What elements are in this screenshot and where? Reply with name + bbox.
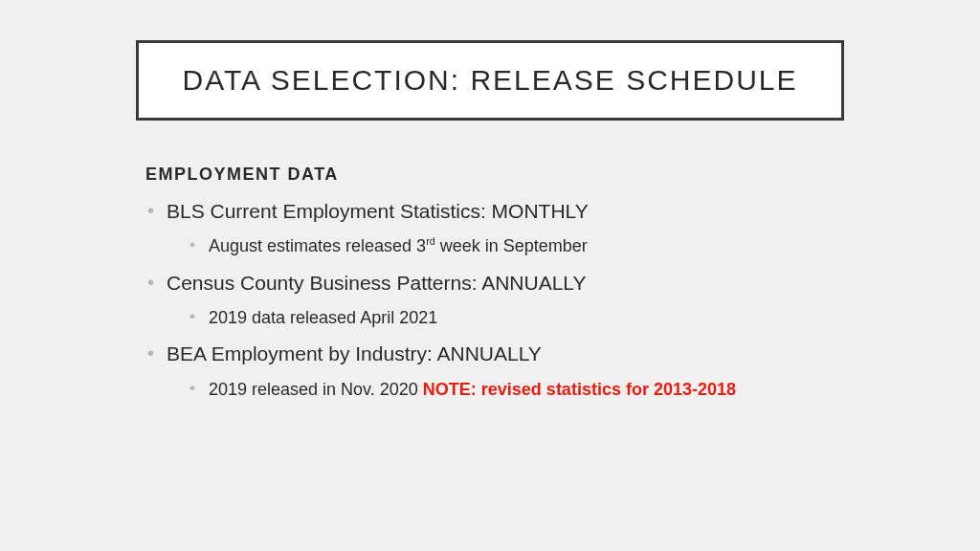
item-label: BEA Employment by Industry: ANNUALLY: [167, 342, 542, 364]
sub-list: 2019 data released April 2021: [167, 306, 873, 329]
sub-item: 2019 data released April 2021: [188, 306, 873, 329]
section-heading: EMPLOYMENT DATA: [145, 165, 873, 185]
sub-list: August estimates released 3rd week in Se…: [167, 234, 873, 257]
sub-text-pre: 2019 released in Nov. 2020: [209, 380, 423, 399]
list-item: Census County Business Patterns: ANNUALL…: [145, 270, 873, 330]
slide-title: DATA SELECTION: RELEASE SCHEDULE: [158, 64, 822, 97]
sub-text-pre: 2019 data released April 2021: [209, 308, 437, 327]
sub-text-pre: August estimates released 3: [209, 236, 426, 255]
list-item: BEA Employment by Industry: ANNUALLY 201…: [145, 341, 873, 401]
item-label: Census County Business Patterns: ANNUALL…: [167, 272, 587, 294]
sub-item: August estimates released 3rd week in Se…: [188, 234, 873, 257]
item-label: BLS Current Employment Statistics: MONTH…: [167, 200, 589, 222]
sub-text-post: week in September: [435, 236, 588, 255]
list-item: BLS Current Employment Statistics: MONTH…: [145, 198, 873, 258]
slide-content: EMPLOYMENT DATA BLS Current Employment S…: [145, 165, 873, 401]
slide-title-box: DATA SELECTION: RELEASE SCHEDULE: [136, 40, 844, 121]
sub-list: 2019 released in Nov. 2020 NOTE: revised…: [167, 378, 873, 401]
item-list: BLS Current Employment Statistics: MONTH…: [145, 198, 873, 401]
note-text: NOTE: revised statistics for 2013-2018: [423, 380, 736, 399]
sub-item: 2019 released in Nov. 2020 NOTE: revised…: [188, 378, 873, 401]
sub-text-sup: rd: [426, 235, 435, 247]
